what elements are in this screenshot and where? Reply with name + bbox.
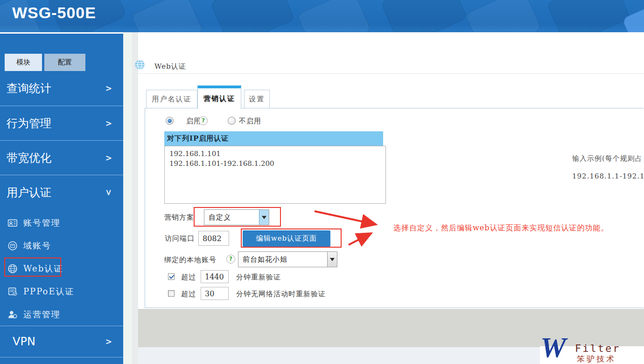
scheme-label: 营销方案 — [164, 213, 194, 222]
sidebar-item-behavior[interactable]: 行为管理 > — [0, 106, 123, 140]
sidebar-item-query-stats[interactable]: 查询统计 > — [0, 71, 123, 106]
sidebar-subitem-label: 域账号 — [23, 240, 51, 251]
sidebar-subitem-webauth[interactable]: Web认证 — [0, 257, 123, 280]
reauth-checkbox[interactable] — [168, 273, 175, 280]
sidebar-subitem-label: 运营管理 — [23, 309, 61, 320]
sidebar-item-label: 查询统计 — [7, 81, 51, 96]
hint-line-2: 192.168.1.1-192.1 — [572, 172, 644, 180]
sidebar-menu: 查询统计 > 行为管理 > 带宽优化 > 用户认证 > — [0, 71, 123, 209]
timeout1-prefix: 超过 — [181, 273, 196, 282]
sidebar-item-label: 带宽优化 — [7, 150, 51, 165]
sidebar-subitem-operation[interactable]: 运营管理 — [0, 303, 123, 326]
sidebar-item-label: 行为管理 — [7, 116, 51, 131]
timeout2-prefix: 超过 — [181, 290, 196, 299]
sidebar-subitem-domain[interactable]: 域账号 — [0, 234, 123, 257]
timeout1-input[interactable] — [201, 270, 229, 283]
keyboard-texture — [131, 0, 203, 32]
help-icon[interactable]: ? — [226, 255, 235, 264]
timeout2-suffix: 分钟无网络活动时重新验证 — [236, 290, 326, 299]
tab-marketing-auth[interactable]: 营销认证 — [197, 86, 241, 109]
help-icon[interactable]: ? — [199, 116, 208, 125]
sidebar-item-vpn[interactable]: VPN > — [0, 326, 123, 357]
sidebar-subitem-pppoe[interactable]: PPPoE认证 — [0, 280, 123, 303]
sidebar-item-label: VPN — [13, 335, 35, 348]
edit-webauth-page-button[interactable]: 编辑web认证页面 — [243, 230, 330, 247]
disable-radio-label: 不启用 — [239, 117, 261, 126]
wfilter-logo-mark: W — [540, 331, 566, 364]
page-globe-icon — [135, 60, 145, 70]
header-divider — [132, 73, 644, 74]
keyboard-texture — [465, 0, 542, 32]
keyboard-texture — [380, 0, 468, 32]
chevron-right-icon: > — [105, 84, 112, 93]
screen: WSG-500E 模块 配置 查询统计 > 行为管理 > 带宽优化 > 用户认证… — [0, 0, 644, 364]
top-banner: WSG-500E — [0, 0, 644, 32]
bind-account-select[interactable]: 前台如花小姐 — [238, 251, 337, 267]
disable-radio[interactable] — [228, 117, 236, 125]
pppoe-doc-icon — [7, 286, 18, 297]
keyboard-texture — [210, 0, 295, 32]
hint-line-1: 输入示例(每个规则占 — [572, 154, 643, 163]
sidebar-submenu: 账号管理 域账号 Web认证 — [0, 211, 123, 326]
id-card-icon — [7, 218, 18, 228]
annotation-text: 选择自定义，然后编辑web认证页面来实现短信认证的功能。 — [393, 223, 609, 233]
globe-icon — [7, 264, 18, 274]
timeout2-input[interactable] — [201, 287, 229, 300]
gutter-strip — [123, 32, 132, 364]
sidebar-tab-config[interactable]: 配置 — [44, 54, 85, 71]
timeout1-suffix: 分钟重新验证 — [236, 273, 281, 282]
radio-selected-dot — [168, 119, 172, 123]
ip-section-title: 对下列IP启用认证 — [167, 134, 229, 143]
keyboard-texture — [297, 0, 371, 32]
app-title: WSG-500E — [12, 4, 96, 22]
scheme-select[interactable]: 自定义 — [204, 209, 269, 225]
wfilter-logo-subtitle: 笨驴技术 — [577, 354, 616, 364]
sidebar-item-bandwidth[interactable]: 带宽优化 > — [0, 140, 123, 175]
domain-account-icon — [7, 241, 18, 251]
check-icon — [169, 273, 174, 278]
ip-section-header: 对下列IP启用认证 — [164, 131, 383, 146]
port-input[interactable] — [198, 231, 229, 246]
idle-reauth-checkbox[interactable] — [168, 290, 175, 297]
chevron-right-icon: > — [105, 153, 112, 163]
wfilter-logo-name: Filter — [575, 343, 620, 354]
dropdown-arrow-icon[interactable] — [259, 210, 269, 225]
operator-icon — [7, 309, 18, 320]
enable-radio[interactable] — [166, 117, 174, 125]
tab-settings[interactable]: 设置 — [244, 90, 270, 108]
chevron-right-icon: > — [105, 337, 112, 346]
sidebar-subitem-label: Web认证 — [23, 263, 63, 274]
bind-account-selected-value: 前台如花小姐 — [238, 255, 327, 264]
sidebar-subitem-label: PPPoE认证 — [23, 286, 75, 297]
tab-username-auth[interactable]: 用户名认证 — [146, 90, 197, 108]
port-label: 访问端口 — [165, 234, 195, 243]
sidebar-subitem-label: 账号管理 — [23, 217, 61, 228]
sidebar-item-user-auth[interactable]: 用户认证 > — [0, 175, 123, 209]
sidebar: 模块 配置 查询统计 > 行为管理 > 带宽优化 > 用户认证 > — [0, 32, 123, 364]
bind-account-label: 绑定的本地账号 — [164, 256, 217, 264]
page-title: Web认证 — [154, 62, 186, 71]
sidebar-item-label: 用户认证 — [7, 185, 51, 200]
chevron-down-icon: > — [104, 189, 113, 195]
dropdown-arrow-icon[interactable] — [327, 252, 337, 267]
sidebar-subitem-accounts[interactable]: 账号管理 — [0, 211, 123, 234]
keyboard-texture — [546, 0, 630, 32]
chevron-right-icon: > — [105, 119, 112, 128]
scheme-selected-value: 自定义 — [204, 213, 259, 222]
ip-list-textarea[interactable]: 192.168.1.101 192.168.1.101-192.168.1.20… — [164, 146, 386, 204]
sidebar-tab-module[interactable]: 模块 — [5, 54, 42, 71]
gutter-strip — [132, 32, 138, 364]
footer-grey-band — [138, 309, 644, 347]
